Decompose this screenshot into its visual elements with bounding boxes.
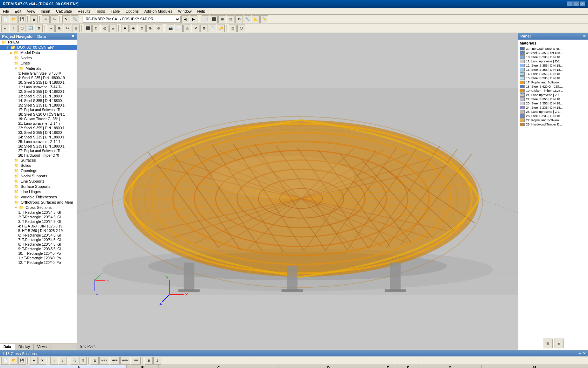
tb2-11[interactable]: □ (92, 25, 100, 32)
tab-data[interactable]: Data (0, 344, 15, 350)
maximize-button[interactable]: □ (573, 1, 579, 6)
tb-btn-8[interactable]: 📏 (260, 15, 268, 23)
bt-hem[interactable]: HEM (120, 357, 130, 364)
tree-mat-3[interactable]: 3: Fine Grain Steel S 460 M | (0, 71, 77, 76)
tree-cs-12[interactable]: 12: T-Rectangle 120/40; Po (0, 260, 77, 265)
tab-display[interactable]: Display (15, 344, 34, 350)
tb2-8[interactable]: ✂ (64, 25, 71, 32)
open-button[interactable]: 📂 (10, 15, 18, 23)
bt-prop[interactable]: ⊕ (145, 357, 153, 364)
tree-nodes[interactable]: 📁 Nodes (0, 55, 77, 61)
tb2-2[interactable]: ↕ (10, 25, 18, 32)
bt-new[interactable]: 📄 (1, 357, 9, 364)
print-button[interactable]: 🖨 (30, 15, 38, 23)
tb2-14[interactable]: ✱ (121, 25, 129, 32)
nav-next[interactable]: ▶ (190, 15, 197, 23)
bt-save[interactable]: 💾 (18, 357, 26, 364)
tree-mat-13[interactable]: 13: Steel S 355 | DIN 18800: (0, 94, 77, 98)
tb-btn-1[interactable]: ⬜ (202, 15, 209, 23)
tb2-13[interactable]: △ (109, 25, 117, 32)
tb2-19[interactable]: 📷 (167, 25, 174, 32)
tree-cs-9[interactable]: 9: T-Rectangle 120/45.5; Gl (0, 247, 77, 251)
tree-mat-11[interactable]: 11: Lano upravene | Z-14.7- (0, 85, 77, 89)
tree-cs-11[interactable]: 11: T-Rectangle 120/40; Po (0, 256, 77, 260)
tree-cs-6[interactable]: 6: T-Rectangle 120/54.5; Gl (0, 233, 77, 238)
close-button[interactable]: ✕ (580, 1, 585, 6)
tb2-4[interactable]: 🔄 (27, 25, 34, 32)
tree-cs-10[interactable]: 10: T-Rectangle 120/40; Po (0, 251, 77, 256)
tree-line-hinges[interactable]: 📁 Line Hinges (0, 189, 77, 195)
tb-btn-7[interactable]: 📐 (252, 15, 260, 23)
tree-mat-23[interactable]: 23: Steel S 355 | DIN 18800: (0, 130, 77, 135)
tab-views[interactable]: Views (34, 344, 50, 350)
menu-view[interactable]: View (24, 8, 38, 14)
bt-ipb[interactable]: IPB (131, 357, 141, 364)
tree-mat-15[interactable]: 15: Steel S 235 | DIN 18800:1 (0, 103, 77, 108)
panel-close[interactable]: ✕ (583, 34, 586, 39)
tree-mat-28[interactable]: 28: Hardwood Timber D70 (0, 153, 77, 158)
tb2-15[interactable]: ⊗ (130, 25, 137, 32)
menu-tools[interactable]: Tools (93, 8, 108, 14)
bottom-close[interactable]: ✕ (583, 351, 586, 356)
tree-mat-26[interactable]: 26: Steel S 235 | DIN 18800:1 (0, 144, 77, 149)
menu-calculate[interactable]: Calculate (53, 8, 75, 14)
tree-orthotropic[interactable]: 📁 Orthotropic Surfaces and Mem (0, 200, 77, 205)
bt-add[interactable]: + (30, 357, 38, 364)
tree-mat-14[interactable]: 14: Steel S 355 | DIN 18800: (0, 98, 77, 103)
tree-lines[interactable]: 📁 Lines (0, 61, 77, 66)
tree-mat-27[interactable]: 27: Poplar and Softwood Ti (0, 149, 77, 153)
tb-btn-4[interactable]: ⊡ (227, 15, 234, 23)
panel-btn-1[interactable]: ⊞ (543, 339, 553, 348)
tb2-18[interactable]: ⊝ (155, 25, 162, 32)
menu-results[interactable]: Results (75, 8, 93, 14)
tree-nodal-supports[interactable]: 📁 Nodal Supports (0, 173, 77, 179)
tree-cs-4[interactable]: 4: HE A 360 | DIN 1025-3:19 (0, 224, 77, 229)
tree-mat-12[interactable]: 12: Steel S 355 | DIN 18800:1 (0, 89, 77, 94)
menu-file[interactable]: File (0, 8, 12, 14)
bt-down[interactable]: ↓ (59, 357, 66, 364)
menu-edit[interactable]: Edit (12, 8, 24, 14)
tree-surface-supports[interactable]: 📁 Surface Supports (0, 184, 77, 189)
tree-cs-5[interactable]: 5: HE B 260 | DIN 1025-2:19 (0, 229, 77, 233)
select-button[interactable]: ↖ (62, 15, 70, 23)
tb2-12[interactable]: ◎ (101, 25, 108, 32)
menu-insert[interactable]: Insert (38, 8, 53, 14)
tb2-26[interactable]: ⊡ (229, 25, 237, 32)
tree-solids[interactable]: 📁 Solids (0, 163, 77, 168)
menu-table[interactable]: Table (108, 8, 122, 14)
tree-project[interactable]: ▼ 📁 DOX 02_00 CSN EN* (0, 45, 77, 50)
bt-filter[interactable]: 🔍 (71, 357, 78, 364)
bt-info[interactable]: ℹ (153, 357, 161, 364)
module-dropdown[interactable]: RF-TIMBER Pro CA1 - POSUDKY SAD PR (83, 16, 181, 23)
save-button[interactable]: 💾 (18, 15, 26, 23)
tb2-17[interactable]: ⊜ (146, 25, 154, 32)
redo-button[interactable]: ↪ (50, 15, 58, 23)
tb2-22[interactable]: ✕ (192, 25, 200, 32)
tb2-7[interactable]: ⊛ (55, 25, 63, 32)
bt-hea[interactable]: HEA (99, 357, 109, 364)
tree-mat-24[interactable]: 24: Steel S 235 | DIN 18800:1 (0, 135, 77, 139)
tree-cross-sections[interactable]: ▼ 📁 Cross-Sections (0, 205, 77, 210)
tree-model-data[interactable]: ▶ 📁 Model Data (0, 50, 77, 55)
tb2-16[interactable]: ⊙ (138, 25, 146, 32)
bt-up[interactable]: ↑ (50, 357, 58, 364)
tb2-3[interactable]: ⬡ (18, 25, 26, 32)
tree-cs-2[interactable]: 2: T-Rectangle 120/54.5; Gl (0, 215, 77, 219)
menu-help[interactable]: Help (195, 8, 208, 14)
tb-btn-6[interactable]: 🔧 (244, 15, 251, 23)
tb2-5[interactable]: ⊕ (35, 25, 43, 32)
tree-mat-4[interactable]: 4: Steel S 235 | DIN 18800-19 (0, 76, 77, 80)
new-button[interactable]: 📄 (1, 15, 9, 23)
tree-line-supports[interactable]: 📁 Line Supports (0, 179, 77, 184)
bt-sort[interactable]: ⬆ (79, 357, 87, 364)
tb2-6[interactable]: → (47, 25, 55, 32)
panel-btn-2[interactable]: ≡ (554, 339, 564, 348)
tb2-27[interactable]: ⬡ (237, 25, 245, 32)
tb2-1[interactable]: ↔ (1, 25, 9, 32)
tree-cs-3[interactable]: 3: T-Rectangle 120/54.5; Gl (0, 219, 77, 224)
tb2-20[interactable]: 📊 (175, 25, 183, 32)
tree-cs-7[interactable]: 7: T-Rectangle 120/54.5; Gl (0, 238, 77, 242)
bt-heb[interactable]: HEB (110, 357, 120, 364)
bt-del[interactable]: ✕ (38, 357, 46, 364)
tree-cs-1[interactable]: 1: T-Rectangle 120/54.5; Gl (0, 210, 77, 215)
